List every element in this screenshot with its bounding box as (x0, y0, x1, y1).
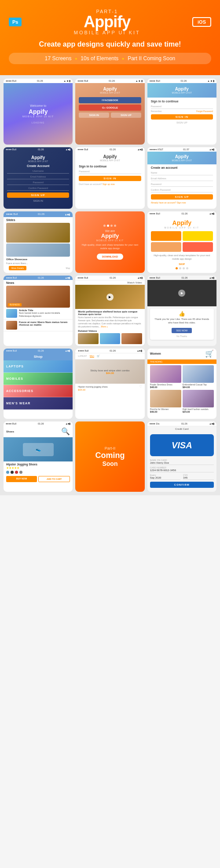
cvv-value[interactable]: 345 (183, 476, 214, 480)
password-field-w[interactable]: Password (151, 182, 213, 187)
like-status: ●●●● Bull 01:26 ▲■▮ (147, 276, 216, 280)
name-value[interactable]: John Henry Doe (150, 461, 214, 465)
password-field-dark[interactable]: Password (7, 180, 69, 185)
email-field-w[interactable]: Email Address (151, 176, 213, 181)
white-signin-btn[interactable]: SIGN IN (79, 176, 141, 181)
sign-up-btn[interactable]: SIGN UP (111, 113, 141, 118)
sign-in-btn[interactable]: SIGN IN (79, 113, 109, 118)
accessories-category[interactable]: ACCESSORIES (4, 385, 73, 397)
women-price-4: $34.00 (183, 410, 214, 413)
dark-header: Appify MOBILE APP UI KIT Create Account … (4, 152, 73, 206)
mobiles-category[interactable]: MOBILES (4, 373, 73, 385)
signin-brand: Appify (151, 87, 213, 91)
name-field[interactable]: Name (151, 171, 213, 175)
confirm-field[interactable]: Confirm Password (7, 186, 69, 191)
facebook-btn[interactable]: f FACEBOOK (79, 97, 141, 103)
women-item-2[interactable]: Embroidered Casual Top $64.00 (183, 365, 214, 389)
status-bar-4: ●●●● Bull 01:26 ▲■▮ (4, 147, 73, 152)
vid-thumb-1[interactable] (78, 333, 98, 344)
shop-categories: LAPTOPS MOBILES ACCESSORIES MEN'S WEAR (4, 360, 73, 410)
email-field[interactable]: Email Address (7, 174, 69, 179)
news-item-1[interactable]: Article Title Nunc laoreet lorem a sem a… (4, 308, 73, 320)
play-btn[interactable]: ▶ (106, 294, 114, 301)
signin-dark-link[interactable]: SIGN IN (7, 200, 69, 202)
confirm-btn[interactable]: CONFIRM (150, 482, 214, 488)
shoe-search-icon[interactable]: 🔍 (61, 427, 70, 436)
women-img-3 (150, 390, 181, 407)
women-title: Women (150, 352, 161, 355)
color-grey[interactable] (19, 471, 22, 474)
expiry-value[interactable]: Sep 2020 (150, 476, 181, 480)
thumb-icon: 👍 (152, 311, 212, 317)
screen-intro: ●●●● Bull 01:26 ▲■▮ Appify MOBILE APP UI… (147, 211, 216, 273)
shoe-hero: 👟 (4, 437, 73, 461)
username-field[interactable]: Username (7, 169, 69, 174)
credit-card-label: Credit Card (147, 426, 216, 432)
signup-dark-btn[interactable]: SIGN UP (7, 192, 69, 198)
map-label: Map (66, 267, 70, 269)
see-now-btn[interactable]: SEE NOW (172, 328, 192, 333)
women-products: Purple Strenless Dress $48.00 Embroidere… (147, 364, 216, 414)
signup-now-link[interactable]: Sign up now (103, 183, 115, 185)
tab-men[interactable]: Men (90, 355, 95, 358)
splash-content: Welcome to Appify MOBILE APP UI KIT LOAD… (4, 83, 73, 145)
screen-credit-card: ●●●● Dis 01:26 ▲■▮ Credit Card VISA NAME… (147, 421, 216, 492)
mens-category[interactable]: MEN'S WEAR (4, 397, 73, 410)
number-value[interactable]: 1234-5678-9012-3456 (150, 469, 214, 472)
add-to-cart-btn[interactable]: ADD TO CART (38, 476, 70, 482)
color-blue[interactable] (6, 471, 9, 474)
download-kit: MOBILE APP UI KIT (96, 239, 124, 242)
women-item-4[interactable]: High heel Fashion sandals $34.00 (183, 390, 214, 413)
trending-label: TRENDING (150, 360, 214, 363)
confirm-field-w[interactable]: Confirm Password (151, 188, 213, 192)
header-top: Ps PART-1 Appify MOBILE APP UI KIT iOS (9, 9, 211, 35)
forgot-link[interactable]: Forgot Password (196, 110, 213, 113)
signup-link[interactable]: SIGN UP (151, 121, 213, 124)
sign-now-link[interactable]: Sign now (177, 201, 186, 204)
tab-latest[interactable]: LATEST (78, 355, 87, 358)
intro-dot-2 (179, 267, 181, 269)
trending-bar: TRENDING (147, 360, 216, 364)
slide-image-1 (6, 223, 70, 243)
icon-box-1 (151, 231, 181, 241)
news-item-2[interactable]: Fusce at nunc libero Nam metus lorem rho… (4, 320, 73, 331)
ios-badge: iOS (192, 17, 211, 27)
buy-now-btn[interactable]: BUY NOW (6, 476, 37, 482)
cart-icon-women[interactable]: 🛒 (205, 349, 214, 358)
color-black[interactable] (11, 471, 14, 474)
reg-w-brand: Appify (151, 154, 213, 159)
password-field[interactable]: Password (151, 104, 213, 109)
heart-icon[interactable]: ♡ (139, 385, 142, 389)
signup-white-btn[interactable]: SIGN UP (151, 194, 213, 200)
icon-box-2 (183, 231, 213, 241)
video-hero: ▶ (75, 285, 144, 309)
google-btn[interactable]: G+ GOOGLE (79, 105, 141, 111)
screen-men: ●●●● Bull 01:26 ▲■▮ LATEST Men 🛒 Sticky … (75, 349, 144, 419)
splash-kit: MOBILE APP UI KIT (22, 115, 54, 118)
like-play-btn[interactable]: ▶ (178, 290, 185, 297)
white-password[interactable]: Password (79, 169, 141, 174)
more-details-btn[interactable]: More Details (9, 266, 26, 270)
color-red[interactable] (15, 471, 18, 474)
vid-thumb-3[interactable] (121, 333, 142, 344)
icon-box-3 (151, 242, 181, 252)
men-status: ●●●● Bull 01:26 ▲■▮ (75, 349, 144, 353)
splash-welcome: Welcome to (30, 104, 46, 107)
intro-desc: High-quality, clean and sharp templates … (147, 254, 216, 261)
women-item-1[interactable]: Purple Strenless Dress $48.00 (150, 365, 181, 389)
sign-buttons: SIGN IN SIGN UP (79, 113, 141, 118)
no-thanks-btn[interactable]: No Thanks (152, 335, 212, 338)
screen-social-login: ●●●● Bull 01:26 ▲■▮ Appify MOBILE APP UI… (75, 79, 144, 145)
news-label: News (4, 280, 73, 286)
laptops-category[interactable]: LAPTOPS (4, 360, 73, 373)
signin-btn[interactable]: SIGN IN (151, 114, 213, 120)
women-price-3: $46.00 (150, 410, 181, 413)
vid-thumb-2[interactable] (100, 333, 120, 344)
screen-shop: ●●●● Bull 01:26 ▲■▮ Shop LAPTOPS MOBILES… (4, 349, 73, 419)
cart-icon[interactable]: 🛒 (97, 355, 100, 358)
part-label-cs: Part-II (105, 446, 116, 450)
download-btn[interactable]: DOWNLOAD (97, 254, 123, 260)
screen-coming-soon: Part-II Coming Soon (75, 421, 144, 492)
women-item-3[interactable]: Poncho for Women $46.00 (150, 390, 181, 413)
ps-badge: Ps (9, 18, 22, 26)
